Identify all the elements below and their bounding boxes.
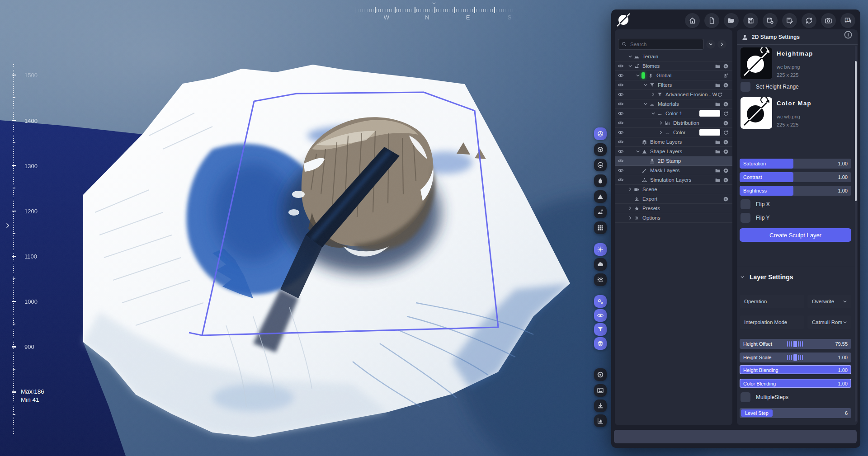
tree-row-export[interactable]: Export [615, 194, 732, 204]
view-mode-terrain-button[interactable] [594, 127, 607, 140]
render-settings-button[interactable] [594, 295, 607, 308]
eye-icon[interactable] [615, 120, 627, 126]
tree-row-advanced-erosion[interactable]: Advanced Erosion - W [615, 90, 732, 99]
tree-row-terrain[interactable]: Terrain [615, 52, 732, 61]
chevron-right-icon[interactable] [627, 215, 634, 221]
flip-x-checkbox[interactable] [741, 199, 750, 209]
tree-row-biomes[interactable]: Biomes [615, 61, 732, 71]
set-height-range-checkbox[interactable] [741, 82, 750, 92]
chevron-down-icon[interactable] [740, 274, 745, 280]
multiple-steps-checkbox[interactable] [741, 392, 750, 402]
help-button[interactable] [840, 13, 855, 28]
water-ocean-toggle-button[interactable] [594, 273, 607, 286]
panel-info-button[interactable] [843, 30, 853, 40]
height-scale-scrubber[interactable]: Height Scale 1.00 [740, 353, 851, 362]
chevron-down-icon[interactable] [634, 149, 642, 154]
layers-preview-button[interactable] [594, 337, 607, 350]
tree-row-distribution[interactable]: Distribution [615, 118, 732, 128]
folder-icon[interactable] [715, 177, 721, 183]
eye-icon[interactable] [615, 72, 627, 79]
eye-icon[interactable] [615, 167, 627, 174]
eye-icon[interactable] [615, 82, 627, 88]
contrast-slider[interactable]: Contrast 1.00 [740, 172, 851, 182]
save-as-new-button[interactable] [763, 13, 778, 28]
add-icon[interactable] [723, 101, 729, 107]
search-input[interactable] [629, 39, 702, 49]
layers-add-icon[interactable] [723, 73, 729, 79]
create-sculpt-layer-button[interactable]: Create Sculpt Layer [740, 228, 851, 242]
chevron-down-icon[interactable] [627, 54, 634, 59]
eye-icon[interactable] [615, 158, 627, 164]
record-button[interactable] [594, 368, 607, 381]
home-button[interactable] [685, 13, 700, 28]
color-swatch[interactable] [699, 110, 720, 117]
tree-row-materials[interactable]: Materials [615, 99, 732, 109]
chevron-down-icon[interactable] [642, 82, 649, 88]
mountain-tool-button[interactable] [594, 190, 607, 203]
saturation-slider[interactable]: Saturation 1.00 [740, 159, 851, 169]
clouds-toggle-button[interactable] [594, 258, 607, 271]
chevron-down-icon[interactable] [642, 101, 649, 107]
chevron-right-icon[interactable] [627, 206, 634, 211]
scene-objects-button[interactable] [594, 206, 607, 218]
add-icon[interactable] [723, 82, 729, 88]
tree-row-2d-stamp[interactable]: 2D Stamp [615, 156, 732, 166]
folder-icon[interactable] [715, 82, 721, 88]
new-file-button[interactable] [704, 13, 719, 28]
height-offset-scrubber[interactable]: Height Offset 79.55 [740, 339, 851, 349]
eye-icon[interactable] [615, 148, 627, 155]
eye-icon[interactable] [615, 129, 627, 136]
chevron-right-icon[interactable] [650, 92, 657, 97]
tree-row-biome-layers[interactable]: Biome Layers [615, 137, 732, 147]
export-viewport-button[interactable] [594, 400, 607, 412]
eye-icon[interactable] [615, 177, 627, 183]
refresh-icon[interactable] [723, 130, 729, 136]
interpolation-mode-dropdown[interactable]: Catmull-Rom [807, 315, 851, 329]
add-icon[interactable] [723, 149, 729, 155]
eye-icon[interactable] [615, 101, 627, 107]
level-step-field[interactable]: Level Step 6 [740, 408, 851, 418]
eye-icon[interactable] [615, 139, 627, 145]
color-blending-slider[interactable]: Color Blending 1.00 [740, 379, 851, 388]
tree-row-filters[interactable]: Filters [615, 80, 732, 90]
brightness-slider[interactable]: Brightness 1.00 [740, 186, 851, 196]
add-icon[interactable] [723, 177, 729, 183]
view-mode-biome-button[interactable] [594, 143, 607, 156]
chevron-down-icon[interactable] [634, 73, 642, 78]
eye-icon[interactable] [615, 91, 627, 98]
screenshot-button[interactable] [821, 13, 836, 28]
tree-row-shape-layers[interactable]: Shape Layers [615, 147, 732, 156]
eye-icon[interactable] [615, 63, 627, 69]
statistics-button[interactable] [594, 414, 607, 427]
add-icon[interactable] [723, 63, 729, 69]
tree-row-global[interactable]: Global [615, 71, 732, 80]
flip-y-checkbox[interactable] [741, 213, 750, 223]
operation-dropdown[interactable]: Overwrite [807, 295, 851, 308]
add-icon[interactable] [723, 196, 729, 202]
folder-icon[interactable] [715, 168, 721, 174]
chevron-down-icon[interactable] [650, 111, 657, 116]
tree-row-scene[interactable]: Scene [615, 185, 732, 194]
folder-icon[interactable] [715, 139, 721, 145]
filter-preview-button[interactable] [594, 323, 607, 336]
chevron-right-icon[interactable] [627, 187, 634, 192]
view-mode-globe-button[interactable] [594, 159, 607, 171]
save-button[interactable] [743, 13, 758, 28]
add-icon[interactable] [723, 120, 729, 126]
tree-row-simulation-layers[interactable]: Simulation Layers [615, 175, 732, 185]
chevron-right-icon[interactable] [657, 120, 665, 126]
colormap-thumbnail[interactable] [741, 97, 772, 129]
grid-toggle-button[interactable] [594, 221, 607, 234]
folder-icon[interactable] [715, 101, 721, 107]
scrubber-handle[interactable] [787, 355, 803, 360]
folder-icon[interactable] [715, 63, 721, 69]
add-icon[interactable] [723, 168, 729, 174]
chevron-right-icon[interactable] [657, 130, 665, 135]
screenshot-viewport-button[interactable] [594, 384, 607, 397]
tree-row-presets[interactable]: Presets [615, 204, 732, 213]
collapse-all-button[interactable] [706, 40, 715, 49]
settings-scrollbar-thumb[interactable] [855, 61, 857, 201]
water-tool-button[interactable] [594, 174, 607, 187]
tree-row-color[interactable]: Color [615, 128, 732, 137]
left-panel-expand-chevron-icon[interactable] [4, 221, 12, 230]
